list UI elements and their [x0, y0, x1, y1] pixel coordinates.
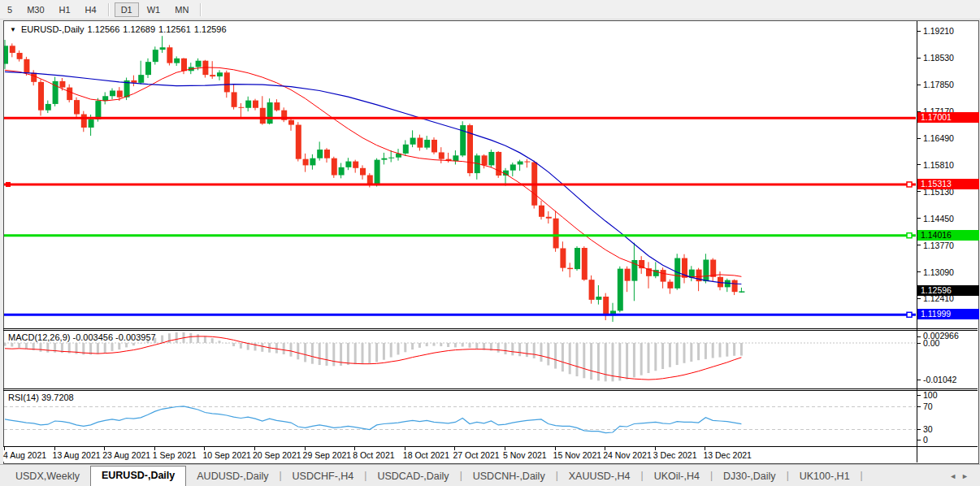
tab-usdx-weekly[interactable]: USDX,Weekly	[5, 467, 90, 486]
rsi-axis-label: 70	[923, 401, 933, 411]
price-tag-1.11999: 1.11999	[917, 309, 979, 319]
chart-symbol-label: EURUSD-,Daily	[21, 24, 85, 34]
timeframe-button-d1[interactable]: D1	[115, 2, 139, 17]
tab-usdchf-h4[interactable]: USDCHF-,H4	[282, 467, 365, 486]
candle-body	[625, 269, 631, 281]
candle-body	[232, 92, 237, 106]
timeframe-button-h1[interactable]: H1	[53, 2, 77, 17]
candle-body	[381, 158, 387, 160]
candle-body	[739, 291, 744, 292]
candle-body	[267, 102, 273, 124]
candle-body	[410, 138, 416, 145]
date-label: 27 Oct 2021	[453, 450, 499, 460]
timeframe-button-w1[interactable]: W1	[141, 2, 167, 17]
rsi-label: RSI(14) 39.7208	[8, 393, 74, 402]
candle-body	[274, 102, 280, 111]
candle-body	[296, 125, 301, 159]
tab-usdcnh-daily[interactable]: USDCNH-,Daily	[462, 467, 556, 486]
candle-body	[524, 162, 530, 163]
candle-body	[345, 162, 351, 167]
price-tick-label: 1.15810	[923, 160, 954, 170]
candle-body	[339, 167, 345, 176]
candle-body	[102, 96, 108, 101]
pane-separator[interactable]	[3, 388, 978, 389]
candle-body	[181, 59, 187, 71]
tab-scroll-left-icon[interactable]: ◄	[949, 472, 961, 480]
axis-tick	[917, 440, 921, 440]
line-handle[interactable]	[907, 182, 912, 187]
candle-body	[360, 168, 366, 176]
candle-body	[46, 104, 51, 111]
candle-body	[210, 75, 215, 76]
chevron-down-icon[interactable]: ▼	[10, 26, 16, 33]
tab-eurusd-daily[interactable]: EURUSD-,Daily	[90, 466, 186, 486]
candle-body	[117, 90, 123, 97]
toolbar-separator	[108, 3, 110, 16]
date-label: 1 Sep 2021	[153, 450, 197, 460]
price-tick-label: 1.19210	[923, 26, 954, 36]
axis-tick	[917, 138, 921, 139]
mt4-terminal: 5M30H1H4D1W1MN ▼EURUSD-,Daily1.125661.12…	[0, 0, 980, 486]
axis-tick	[917, 336, 921, 337]
macd-value-main: -0.003456	[72, 332, 113, 342]
candle-body	[303, 159, 309, 166]
candle-body	[67, 88, 72, 100]
pane-separator[interactable]	[3, 328, 978, 329]
tab-ukoil-h4[interactable]: UKOil-,H4	[644, 467, 710, 486]
timeframe-button-mn[interactable]: MN	[168, 2, 195, 17]
candle-body	[153, 50, 158, 62]
tab-uk100-h1[interactable]: UK100-,H1	[789, 467, 861, 486]
candle-body	[539, 206, 544, 217]
ohlc-high: 1.12689	[123, 24, 155, 34]
price-tick-label: 1.16490	[923, 133, 954, 143]
candle-body	[317, 150, 323, 158]
line-handle[interactable]	[6, 182, 11, 187]
rsi-axis-label: 100	[923, 390, 938, 400]
symbol-tabs: USDX,WeeklyEURUSD-,DailyAUDUSD-,Daily|US…	[0, 464, 980, 486]
axis-tick	[917, 164, 921, 165]
candle-body	[546, 217, 552, 219]
tab-usdcad-daily[interactable]: USDCAD-,Daily	[366, 467, 459, 486]
axis-tick	[917, 395, 921, 396]
candle-body	[310, 158, 315, 166]
price-tag-1.15313: 1.15313	[917, 179, 979, 189]
rsi-axis-label: 0	[923, 435, 928, 445]
line-handle[interactable]	[907, 312, 912, 317]
candle-body	[618, 269, 623, 311]
chart-canvas[interactable]	[4, 21, 917, 446]
current-price-tag: 1.12596	[917, 285, 979, 296]
candle-body	[110, 90, 115, 96]
candle-body	[332, 158, 337, 176]
candle-body	[4, 46, 8, 63]
macd-axis-label: -0.01042	[923, 375, 956, 384]
candle-body	[174, 59, 180, 63]
time-axis[interactable]: 4 Aug 202113 Aug 202123 Aug 20211 Sep 20…	[3, 447, 917, 462]
candle-body	[424, 140, 430, 148]
tab-audusd-daily[interactable]: AUDUSD-,Daily	[186, 467, 279, 486]
price-tag-1.17001: 1.17001	[917, 112, 979, 123]
timeframe-button-m30[interactable]: M30	[20, 2, 50, 17]
line-handle[interactable]	[907, 233, 912, 238]
candle-body	[732, 280, 738, 293]
macd-axis-label: 0.00	[923, 338, 939, 348]
date-label: 13 Aug 2021	[53, 450, 101, 460]
candle-body	[710, 260, 716, 277]
ma-fast-line	[5, 67, 741, 277]
candle-body	[167, 47, 172, 63]
tab-xauusd-h4[interactable]: XAUUSD-,H4	[558, 467, 641, 486]
price-tick-label: 1.13090	[923, 267, 954, 277]
price-tick-label: 1.17850	[923, 80, 954, 89]
candle-body	[375, 160, 380, 185]
candle-body	[518, 162, 523, 165]
timeframe-button-5[interactable]: 5	[1, 2, 19, 17]
axis-tick	[917, 343, 921, 344]
tab-scroll-right-icon[interactable]: ►	[961, 472, 973, 480]
candle-body	[238, 107, 244, 108]
timeframe-button-h4[interactable]: H4	[79, 2, 103, 17]
tab-separator: |	[861, 470, 863, 486]
axis-tick	[917, 85, 921, 85]
axis-tick	[917, 31, 921, 32]
candle-body	[596, 297, 601, 300]
candle-body	[488, 152, 494, 165]
tab-dj30-daily[interactable]: DJ30-,Daily	[713, 467, 787, 486]
